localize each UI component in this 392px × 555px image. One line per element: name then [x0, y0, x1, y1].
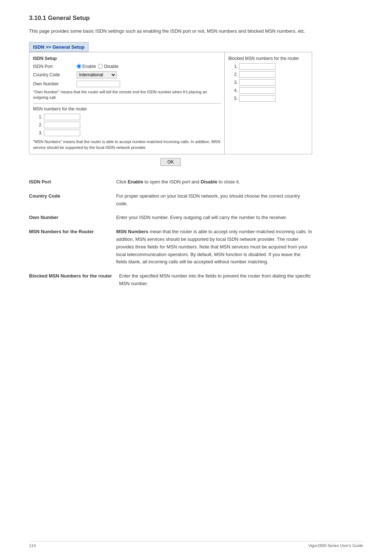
desc-row-own-number: Own Number Enter your ISDN number. Every… [29, 214, 312, 222]
country-code-select[interactable]: International [77, 71, 117, 78]
blocked-msn-input-3[interactable] [239, 79, 275, 86]
desc-term-msn-numbers: MSN Numbers for the Router [29, 228, 116, 266]
msn-label-2: 2. [33, 122, 44, 127]
own-number-label: Own Number [33, 81, 77, 86]
blocked-msn-label-2: 2. [228, 72, 239, 77]
ok-button[interactable]: OK [160, 158, 180, 166]
disable-bold: Disable [201, 179, 217, 185]
blocked-msn-label-4: 4. [228, 88, 239, 93]
blocked-msn-row-1: 1. [228, 63, 308, 70]
blocked-msn-input-5[interactable] [239, 95, 275, 102]
blocked-msn-label-1: 1. [228, 64, 239, 69]
description-section: ISDN Port Click Enable to open the ISDN … [29, 178, 312, 288]
desc-row-blocked-msn: Blocked MSN Numbers for the router Enter… [29, 272, 312, 288]
desc-term-own-number: Own Number [29, 214, 116, 222]
msn-input-1[interactable] [44, 114, 80, 120]
blocked-msn-row-2: 2. [228, 71, 308, 78]
enable-bold: Enable [128, 179, 143, 185]
msn-label-1: 1. [33, 114, 44, 119]
own-number-input[interactable] [77, 81, 120, 87]
desc-term-country-code: Country Code [29, 193, 116, 208]
desc-row-country-code: Country Code For proper operation on you… [29, 193, 312, 208]
blocked-msn-input-1[interactable] [239, 63, 275, 70]
setup-panel: ISDN Setup ISDN Port Enable Disable [29, 52, 312, 155]
enable-radio[interactable] [77, 64, 81, 69]
msn-label-3: 3. [33, 130, 44, 135]
enable-radio-label[interactable]: Enable [77, 64, 96, 69]
desc-term-isdn-port: ISDN Port [29, 178, 116, 186]
blocked-msn-row-5: 5. [228, 95, 308, 102]
isdn-port-row: ISDN Port Enable Disable [33, 64, 221, 69]
footer-page-number: 114 [29, 543, 36, 548]
desc-def-own-number: Enter your ISDN number. Every outgoing c… [116, 214, 312, 222]
breadcrumb: ISDN >> General Setup [29, 42, 89, 52]
country-code-row: Country Code International [33, 71, 221, 78]
left-panel: ISDN Setup ISDN Port Enable Disable [29, 52, 225, 154]
disable-radio[interactable] [98, 64, 103, 69]
msn-row-2: 2. [33, 122, 221, 128]
desc-def-country-code: For proper operation on your local ISDN … [116, 193, 312, 208]
blocked-msn-row-3: 3. [228, 79, 308, 86]
disable-label: Disable [104, 64, 118, 69]
footer-product: Vigor2800 Series User's Guide [309, 543, 363, 548]
msn-note: "MSN Numbers" means that the router is a… [33, 139, 221, 150]
desc-row-isdn-port: ISDN Port Click Enable to open the ISDN … [29, 178, 312, 186]
msn-numbers-bold: MSN Numbers [116, 229, 148, 234]
msn-row-3: 3. [33, 130, 221, 136]
blocked-msn-input-2[interactable] [239, 71, 275, 78]
blocked-msn-label-3: 3. [228, 80, 239, 85]
page-title: 3.10.1 General Setup [29, 15, 363, 22]
desc-row-msn-numbers: MSN Numbers for the Router MSN Numbers m… [29, 228, 312, 266]
blocked-msn-row-4: 4. [228, 87, 308, 94]
desc-def-msn-numbers: MSN Numbers mean that the router is able… [116, 228, 312, 266]
msn-input-3[interactable] [44, 130, 80, 136]
msn-section-label: MSN numbers for the router [33, 106, 221, 112]
right-panel: Blocked MSN numbers for the router 1. 2.… [225, 52, 312, 154]
isdn-setup-title: ISDN Setup [33, 56, 221, 61]
blocked-msn-title: Blocked MSN numbers for the router [228, 56, 308, 61]
desc-def-blocked-msn: Enter the specified MSN number into the … [119, 272, 312, 288]
own-number-note: "Own Number" means that the router will … [33, 89, 221, 101]
ok-row: OK [29, 154, 312, 170]
isdn-port-label: ISDN Port [33, 64, 77, 69]
isdn-port-controls: Enable Disable [77, 64, 118, 69]
desc-def-isdn-port: Click Enable to open the ISDN port and D… [116, 178, 312, 186]
msn-row-1: 1. [33, 114, 221, 120]
country-code-label: Country Code [33, 72, 77, 77]
footer: 114 Vigor2800 Series User's Guide [29, 541, 363, 548]
own-number-row: Own Number [33, 81, 221, 87]
intro-text: This page provides some basic ISDN setti… [29, 28, 312, 35]
disable-radio-label[interactable]: Disable [98, 64, 118, 69]
divider-1 [33, 103, 221, 104]
desc-term-blocked-msn: Blocked MSN Numbers for the router [29, 272, 119, 288]
msn-input-2[interactable] [44, 122, 80, 128]
blocked-msn-label-5: 5. [228, 96, 239, 101]
enable-label: Enable [82, 64, 96, 69]
blocked-msn-input-4[interactable] [239, 87, 275, 94]
